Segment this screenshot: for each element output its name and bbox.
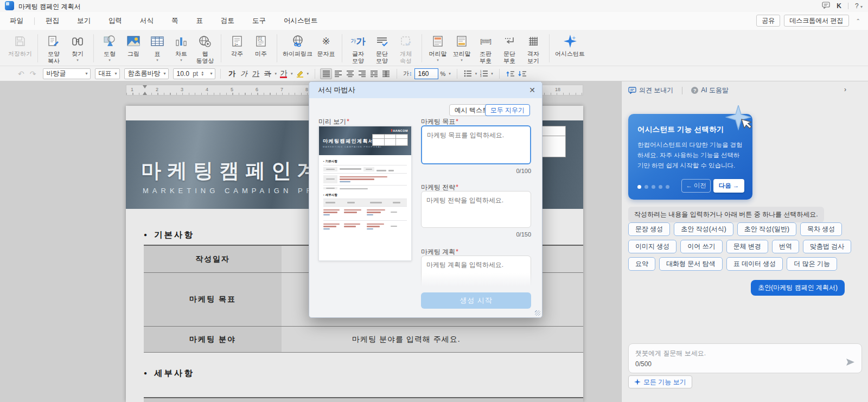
assistant-feature-button[interactable]: 문체 변경	[726, 240, 768, 253]
send-feedback-link[interactable]: 의견 보내기	[628, 86, 673, 95]
assistant-feature-button[interactable]: 표 데이터 생성	[726, 257, 783, 271]
menu-review[interactable]: 검토	[221, 14, 234, 28]
menu-edit[interactable]: 편집	[46, 14, 59, 28]
dot[interactable]	[666, 185, 669, 189]
assistant-feature-button[interactable]: 이미지 생성	[628, 240, 676, 253]
pagination-dots[interactable]	[637, 185, 669, 189]
send-icon[interactable]	[846, 358, 855, 368]
dialog-close-icon[interactable]: ✕	[529, 86, 535, 94]
user-avatar[interactable]: K	[837, 2, 841, 10]
menu-tools[interactable]: 도구	[252, 14, 266, 28]
dot[interactable]	[659, 185, 662, 189]
web-video-button[interactable]: 웹 동영상	[193, 33, 217, 64]
align-center-button[interactable]	[344, 68, 356, 79]
clear-all-button[interactable]: 모두 지우기	[485, 104, 530, 116]
bullet-list-button[interactable]	[462, 68, 474, 79]
menu-file[interactable]: 파일	[10, 14, 23, 28]
highlight-button[interactable]	[294, 68, 306, 79]
dot-active[interactable]	[637, 185, 641, 189]
align-justify-button[interactable]	[320, 68, 332, 79]
para-spacing-increase-button[interactable]	[505, 68, 516, 79]
dot[interactable]	[644, 185, 648, 189]
strikethrough-button[interactable]: 과	[261, 68, 273, 79]
help-button[interactable]: ? ▾	[855, 2, 863, 10]
underline-button[interactable]: 가	[250, 68, 261, 79]
assistant-button[interactable]: 어시스턴트	[553, 33, 586, 58]
style-preset-select[interactable]: 바탕글▾	[43, 68, 91, 79]
dialog-resize-handle[interactable]	[535, 310, 540, 316]
char-shape-button[interactable]: 가가 글자 모양	[346, 33, 370, 64]
para-shape-button[interactable]: 문단 모양	[370, 33, 394, 64]
grid-view-button[interactable]: 격자 보기	[521, 33, 545, 64]
table-button[interactable]: 표▾	[145, 33, 169, 62]
hyperlink-button[interactable]: 하이퍼링크	[281, 33, 314, 58]
indent-marker[interactable]	[143, 85, 148, 95]
align-divide-button[interactable]	[380, 68, 392, 79]
numbered-caret-icon[interactable]: ▾	[491, 72, 493, 76]
align-distribute-button[interactable]	[368, 68, 380, 79]
font-color-button[interactable]: 가	[278, 68, 290, 79]
footnote-button[interactable]: 1= 각주	[225, 33, 249, 58]
find-button[interactable]: 찾기▾	[66, 33, 90, 62]
prev-button[interactable]: ← 이전	[681, 179, 711, 193]
generate-start-button[interactable]: 생성 시작	[421, 292, 531, 309]
format-painter-button[interactable]: 모양 복사	[42, 33, 66, 64]
highlight-caret-icon[interactable]: ▾	[307, 72, 309, 76]
marketing-goal-textarea[interactable]	[421, 125, 531, 164]
footer-button[interactable]: 꼬리말▾	[450, 33, 474, 62]
align-left-button[interactable]	[332, 68, 344, 79]
line-spacing-caret-icon[interactable]: ▾	[449, 72, 451, 76]
feedback-chat-icon[interactable]	[822, 2, 830, 10]
chart-button[interactable]: 차트▾	[169, 33, 193, 62]
font-family-select[interactable]: 함초롬바탕▾	[124, 68, 169, 79]
menu-insert[interactable]: 입력	[108, 14, 122, 28]
assistant-feature-button[interactable]: 번역	[772, 240, 799, 253]
dot[interactable]	[652, 185, 655, 189]
toolbar-collapse-icon[interactable]: ⌃	[856, 18, 860, 24]
header-button[interactable]: 머리말▾	[426, 33, 450, 62]
endnote-button[interactable]: [1] 미주	[249, 33, 273, 58]
para-spacing-decrease-button[interactable]	[516, 68, 528, 79]
assistant-feature-button[interactable]: 맞춤법 검사	[803, 240, 851, 253]
all-features-button[interactable]: 모든 기능 보기	[628, 375, 692, 388]
assistant-feature-button[interactable]: 초안 작성(일반)	[737, 222, 796, 236]
align-right-button[interactable]	[356, 68, 368, 79]
control-marks-button[interactable]: [###] 조판 부호	[474, 33, 497, 64]
italic-button[interactable]: 가	[238, 68, 250, 79]
shapes-button[interactable]: 도형▾	[98, 33, 122, 62]
line-spacing-icon: 가↕	[403, 69, 412, 78]
assistant-feature-button[interactable]: 초안 작성(서식)	[674, 222, 733, 236]
chat-input-box[interactable]: 챗봇에게 질문해 보세요. 0/500	[628, 343, 862, 373]
menu-page[interactable]: 쪽	[171, 14, 178, 28]
assistant-feature-button[interactable]: 더 많은 기능	[787, 257, 837, 271]
assistant-feature-button[interactable]: 대화형 문서 탐색	[659, 257, 723, 271]
assistant-feature-button[interactable]: 요약	[628, 257, 655, 271]
desktop-edit-button[interactable]: 데스크톱에서 편집	[784, 15, 848, 27]
next-button[interactable]: 다음 →	[713, 179, 744, 193]
bold-button[interactable]: 가	[226, 68, 238, 79]
menu-format[interactable]: 서식	[140, 14, 154, 28]
line-spacing-value[interactable]: 160	[414, 68, 438, 79]
assistant-feature-button[interactable]: 목차 생성	[800, 222, 842, 236]
font-color-caret-icon[interactable]: ▾	[291, 72, 293, 76]
font-size-stepper[interactable]: 10.0pt▴▾▾	[173, 68, 215, 79]
picture-button[interactable]: 그림	[122, 33, 145, 58]
line-spacing-widget[interactable]: 가↕ 160 % ▾	[403, 68, 452, 79]
dialog-title-bar[interactable]: 서식 마법사 ✕	[309, 82, 542, 98]
panel-collapse-chevron[interactable]: ›	[844, 86, 846, 93]
row-value[interactable]: 마케팅 분야를 입력해 주세요.	[282, 327, 583, 352]
para-marks-button[interactable]: 문단 부호	[497, 33, 521, 64]
ai-help-link[interactable]: ? AI 도움말	[691, 86, 729, 95]
menu-view[interactable]: 보기	[77, 14, 91, 28]
menu-assistant[interactable]: 어시스턴트	[284, 14, 318, 28]
rep-preset-select[interactable]: 대표▾	[95, 68, 120, 79]
numbered-list-button[interactable]: 123	[478, 68, 490, 79]
share-button[interactable]: 공유	[756, 15, 780, 27]
menu-table[interactable]: 표	[196, 14, 203, 28]
strike-caret-icon[interactable]: ▾	[275, 72, 277, 76]
assistant-feature-button[interactable]: 이어 쓰기	[680, 240, 722, 253]
character-map-button[interactable]: ※ 문자표	[314, 33, 338, 58]
assistant-feature-button[interactable]: 문장 생성	[628, 222, 670, 236]
bullet-caret-icon[interactable]: ▾	[475, 72, 477, 76]
marketing-strategy-textarea[interactable]	[421, 191, 531, 228]
